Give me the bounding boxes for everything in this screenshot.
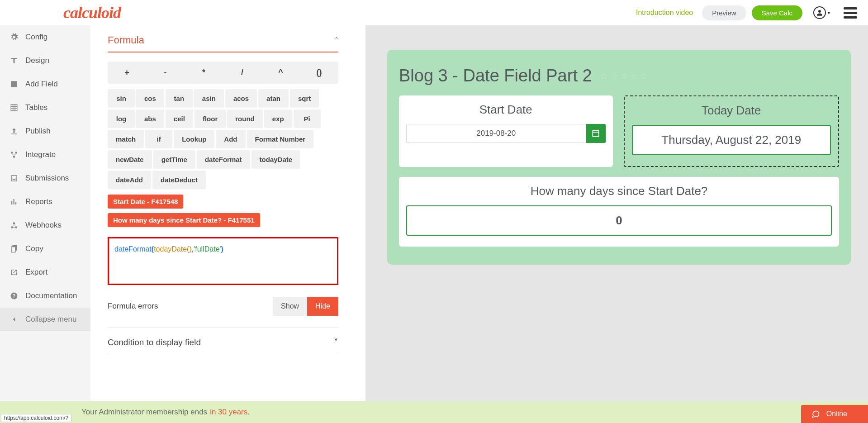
fn-exp[interactable]: exp: [264, 109, 292, 128]
date-picker-button[interactable]: [586, 124, 606, 143]
fn-datededuct[interactable]: dateDeduct: [152, 171, 206, 189]
topbar: calculoid Introduction video Preview Sav…: [0, 0, 868, 25]
op-power[interactable]: ^: [261, 62, 300, 84]
sidebar-item-label: Copy: [25, 244, 43, 253]
fn-dateadd[interactable]: dateAdd: [108, 171, 151, 189]
fn-lookup[interactable]: Lookup: [174, 130, 214, 148]
token-fn: dateFormat: [114, 245, 152, 253]
fn-abs[interactable]: abs: [136, 109, 164, 128]
fn-match[interactable]: match: [108, 130, 144, 148]
help-icon: ?: [10, 292, 18, 300]
sidebar-item-label: Config: [25, 33, 47, 42]
sidebar-item-design[interactable]: Design: [0, 49, 90, 72]
fn-ceil[interactable]: ceil: [166, 109, 193, 128]
sidebar-item-integrate[interactable]: Integrate: [0, 143, 90, 166]
fn-todaydate[interactable]: todayDate: [251, 150, 301, 169]
sidebar-item-reports[interactable]: Reports: [0, 190, 90, 214]
start-date-panel: Start Date: [399, 95, 613, 167]
fn-gettime[interactable]: getTime: [153, 150, 195, 169]
field-ref-days-since[interactable]: How many days since Start Date? - F41755…: [108, 213, 260, 227]
svg-point-3: [13, 156, 15, 158]
webhook-icon: [10, 221, 18, 229]
user-menu[interactable]: ▾: [813, 6, 830, 19]
sidebar-item-copy[interactable]: Copy: [0, 237, 90, 261]
sidebar-item-collapse[interactable]: Collapse menu: [0, 308, 90, 331]
field-ref-start-date[interactable]: Start Date - F417548: [108, 195, 183, 209]
sidebar-item-label: Add Field: [25, 80, 58, 89]
sidebar-item-label: Documentation: [25, 291, 77, 300]
fn-add[interactable]: Add: [216, 130, 245, 148]
text-icon: [10, 57, 18, 65]
fn-if[interactable]: if: [145, 130, 172, 148]
days-since-panel: How many days since Start Date? 0: [399, 177, 839, 247]
svg-point-6: [13, 222, 15, 224]
sidebar-item-export[interactable]: Export: [0, 261, 90, 284]
formula-editor[interactable]: dateFormat(todayDate(),'fullDate'): [108, 237, 338, 285]
sidebar-item-add-field[interactable]: Add Field: [0, 72, 90, 96]
sidebar-item-publish[interactable]: Publish: [0, 119, 90, 143]
fn-log[interactable]: log: [108, 109, 135, 128]
op-multiply[interactable]: *: [185, 62, 223, 84]
chevron-up-icon: ˄: [335, 36, 338, 45]
fn-floor[interactable]: floor: [194, 109, 226, 128]
sidebar-item-tables[interactable]: Tables: [0, 96, 90, 119]
fn-cos[interactable]: cos: [136, 89, 164, 108]
today-date-label: Today Date: [632, 104, 831, 118]
rating-stars[interactable]: ☆ ☆ ☆ ☆ ☆: [600, 71, 648, 81]
user-icon: [813, 6, 826, 19]
menu-icon[interactable]: [844, 7, 857, 19]
fn-newdate[interactable]: newDate: [108, 150, 152, 169]
start-date-input[interactable]: [406, 124, 586, 143]
sidebar-item-config[interactable]: Config: [0, 25, 90, 49]
calculator-preview-card: Blog 3 - Date Field Part 2 ☆ ☆ ☆ ☆ ☆ Sta…: [387, 50, 851, 265]
svg-text:?: ?: [13, 293, 15, 299]
svg-point-0: [818, 10, 821, 13]
show-errors-button[interactable]: Show: [273, 297, 307, 316]
fn-tan[interactable]: tan: [166, 89, 193, 108]
export-icon: [10, 268, 18, 276]
errors-row: Formula errors Show Hide: [108, 297, 338, 328]
hide-errors-button[interactable]: Hide: [307, 297, 338, 316]
star-icon: ☆: [640, 71, 648, 81]
formula-section-title: Formula: [108, 34, 144, 46]
fn-atan[interactable]: atan: [258, 89, 289, 108]
condition-section-header[interactable]: Condition to display field ˅: [108, 337, 338, 354]
operator-row: + - * / ^ (): [108, 62, 338, 84]
membership-bar: Your Administrator membership ends in 30…: [0, 401, 868, 423]
fn-dateformat[interactable]: dateFormat: [197, 150, 250, 169]
fn-round[interactable]: round: [227, 109, 263, 128]
days-since-label: How many days since Start Date?: [406, 184, 832, 198]
bar-chart-icon: [10, 198, 18, 206]
save-button[interactable]: Save Calc: [752, 5, 802, 20]
fn-acos[interactable]: acos: [225, 89, 257, 108]
op-minus[interactable]: -: [146, 62, 185, 84]
op-divide[interactable]: /: [223, 62, 261, 84]
fn-sqrt[interactable]: sqrt: [290, 89, 319, 108]
fn-asin[interactable]: asin: [194, 89, 224, 108]
intro-video-link[interactable]: Introduction video: [636, 9, 693, 17]
editor-panel: Formula ˄ + - * / ^ () sin cos tan asin …: [90, 25, 365, 423]
days-since-value: 0: [406, 205, 832, 236]
sidebar-item-label: Webhooks: [25, 221, 62, 230]
today-date-panel[interactable]: Today Date Thursday, August 22, 2019: [624, 95, 840, 167]
sidebar-item-documentation[interactable]: ? Documentation: [0, 284, 90, 308]
errors-label: Formula errors: [108, 302, 158, 311]
membership-dot: .: [247, 408, 250, 417]
sidebar-item-webhooks[interactable]: Webhooks: [0, 214, 90, 237]
op-plus[interactable]: +: [108, 62, 146, 84]
fn-sin[interactable]: sin: [108, 89, 135, 108]
sidebar-item-submissions[interactable]: Submissions: [0, 166, 90, 190]
fn-pi[interactable]: Pi: [294, 109, 321, 128]
chat-label: Online: [826, 410, 847, 418]
chat-widget[interactable]: Online: [801, 405, 868, 423]
sidebar-item-label: Integrate: [25, 150, 56, 159]
plus-square-icon: [10, 80, 18, 88]
op-parens[interactable]: (): [300, 62, 338, 84]
star-icon: ☆: [620, 71, 628, 81]
fn-format-number[interactable]: Format Number: [247, 130, 314, 148]
brand-logo[interactable]: calculoid: [63, 3, 121, 22]
preview-button[interactable]: Preview: [702, 5, 746, 20]
chat-icon: [811, 409, 820, 418]
formula-section-header[interactable]: Formula ˄: [108, 34, 338, 52]
token-call: todayDate(): [154, 245, 192, 253]
